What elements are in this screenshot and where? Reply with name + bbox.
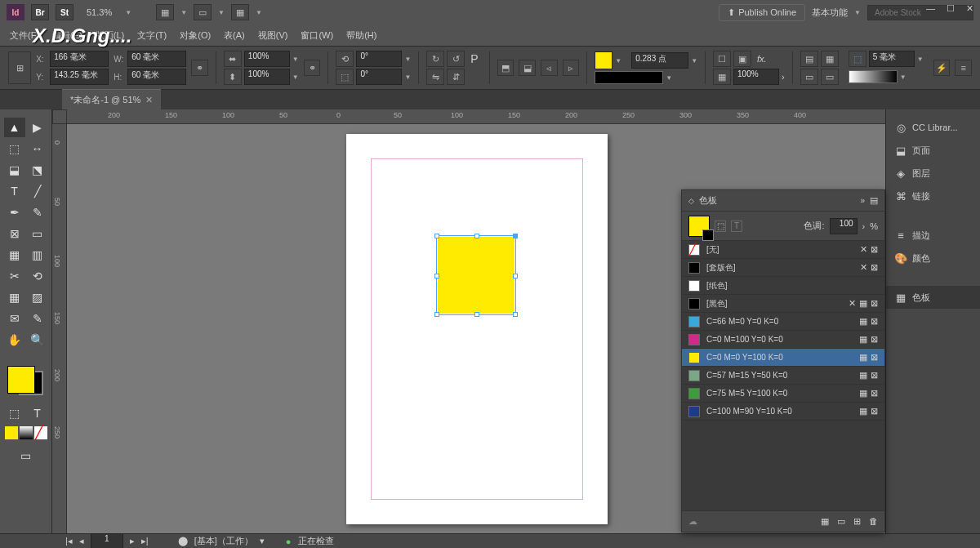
new-group-icon[interactable]: ▦ — [821, 516, 829, 527]
collapse-arrow-icon[interactable]: » — [860, 196, 865, 205]
zoom-value[interactable]: 51.3% — [80, 7, 118, 17]
handle-se[interactable] — [513, 312, 518, 317]
menu-table[interactable]: 表(A) — [219, 26, 250, 45]
scale-y-input[interactable]: 100% — [244, 69, 290, 85]
current-fill-swatch[interactable] — [688, 216, 710, 237]
align-2-icon[interactable]: ▭ — [821, 69, 839, 85]
constrain-scale-icon[interactable]: ⚭ — [304, 60, 321, 76]
h-input[interactable]: 60 毫米 — [127, 69, 186, 85]
text-wrap-none-icon[interactable]: ▤ — [800, 51, 818, 67]
x-input[interactable]: 166 毫米 — [50, 51, 109, 67]
handle-n[interactable] — [474, 234, 479, 238]
fill-swatch[interactable] — [595, 51, 612, 69]
close-icon[interactable]: ✕ — [966, 3, 973, 14]
swatch-item[interactable]: C=0 M=100 Y=0 K=0▦⊠ — [682, 331, 884, 349]
trash-icon[interactable]: 🗑 — [869, 516, 878, 527]
tint-input[interactable]: 100 — [830, 218, 858, 234]
panel-menu-icon[interactable]: ▤ — [870, 195, 878, 206]
selection-tool[interactable]: ▲ — [4, 118, 25, 137]
panel-tab-stroke[interactable]: ≡描边 — [886, 224, 980, 247]
select-content-icon[interactable]: ⬒ — [497, 60, 514, 76]
screen-mode-icon[interactable]: ▦ — [156, 4, 174, 20]
hand-tool[interactable]: ✋ — [4, 330, 25, 350]
next-page-icon[interactable]: ▸ — [130, 536, 135, 546]
content-placer-tool[interactable]: ⬔ — [27, 160, 48, 180]
select-next-icon[interactable]: ▹ — [563, 60, 580, 76]
handle-ne[interactable] — [513, 234, 518, 238]
select-container-icon[interactable]: ⬓ — [519, 60, 536, 76]
preflight-profile[interactable]: [基本]（工作） — [194, 535, 253, 547]
panel-tab-cclibraries[interactable]: ◎CC Librar... — [886, 116, 980, 139]
y-input[interactable]: 143.25 毫米 — [50, 69, 109, 85]
handle-sw[interactable] — [434, 312, 439, 317]
rectangle-tool[interactable]: ▭ — [27, 224, 48, 243]
panel-tab-links[interactable]: ⌘链接 — [886, 185, 980, 207]
first-page-icon[interactable]: |◂ — [65, 536, 73, 546]
formatting-text-icon[interactable]: T — [27, 403, 48, 423]
rotate-cw-icon[interactable]: ↻ — [426, 51, 444, 67]
type-tool[interactable]: T — [4, 181, 25, 201]
swatch-item[interactable]: [黑色]✕▦⊠ — [682, 295, 884, 313]
pencil-tool[interactable]: ✎ — [27, 203, 48, 222]
scale-x-input[interactable]: 100% — [244, 51, 290, 67]
rotate-input[interactable]: 0° — [356, 51, 402, 67]
zoom-tool[interactable]: 🔍 — [27, 330, 48, 350]
page-tool[interactable]: ⬚ — [4, 139, 25, 158]
swatch-item[interactable]: C=57 M=15 Y=50 K=0▦⊠ — [682, 367, 884, 385]
collapse-icon[interactable]: ◇ — [688, 197, 694, 205]
ruler-origin[interactable] — [52, 109, 67, 124]
handle-w[interactable] — [434, 274, 439, 278]
swatches-panel-header[interactable]: ◇ 色板 » ▤ — [682, 190, 884, 212]
new-swatch-icon[interactable]: ▭ — [837, 516, 845, 527]
w-input[interactable]: 60 毫米 — [127, 51, 186, 67]
close-icon[interactable]: ✕ — [145, 95, 153, 105]
swatch-item[interactable]: C=0 M=0 Y=100 K=0▦⊠ — [682, 349, 884, 367]
last-page-icon[interactable]: ▸| — [141, 536, 149, 546]
handle-e[interactable] — [513, 274, 518, 278]
grid-tool-1[interactable]: ▦ — [4, 245, 25, 265]
bridge-icon[interactable]: Br — [31, 4, 49, 20]
note-tool[interactable]: ✉ — [4, 309, 25, 328]
gradient-preview[interactable] — [849, 70, 898, 83]
content-collector-tool[interactable]: ⬓ — [4, 160, 25, 180]
apply-gradient-icon[interactable] — [20, 426, 33, 439]
flip-v-icon[interactable]: ⇵ — [447, 69, 465, 85]
rectangle-frame-tool[interactable]: ⊠ — [4, 224, 25, 243]
gradient-feather-tool[interactable]: ▨ — [27, 287, 48, 307]
fill-stroke-proxy[interactable] — [7, 359, 45, 397]
eyedropper-tool[interactable]: ✎ — [27, 309, 48, 328]
grid-tool-2[interactable]: ▥ — [27, 245, 48, 265]
ruler-horizontal[interactable]: 200 150 100 50 0 50 100 150 200 250 300 … — [67, 109, 885, 124]
reference-point-icon[interactable]: ⊞ — [8, 51, 31, 84]
grid-icon[interactable]: ▦ — [231, 4, 249, 20]
panel-tab-pages[interactable]: ⬓页面 — [886, 139, 980, 162]
panel-tab-layers[interactable]: ◈图层 — [886, 162, 980, 185]
menu-object[interactable]: 对象(O) — [175, 26, 216, 45]
view-mode-icon[interactable]: ▭ — [16, 446, 37, 466]
menu-type[interactable]: 文字(T) — [132, 26, 172, 45]
panel-tab-swatches[interactable]: ▦色板 — [886, 286, 980, 309]
cloud-icon[interactable]: ☁ — [688, 516, 697, 527]
arrange-icon[interactable]: ▭ — [194, 4, 212, 20]
quick-apply-icon[interactable]: ⚡ — [933, 60, 951, 76]
preflight-icon[interactable]: ⬤ — [178, 536, 188, 546]
swatch-item[interactable]: C=75 M=5 Y=100 K=0▦⊠ — [682, 385, 884, 403]
rotate-ccw-icon[interactable]: ↺ — [447, 51, 465, 67]
fx-drop-shadow-icon[interactable]: ☐ — [713, 51, 731, 67]
publish-online-button[interactable]: ⬆ Publish Online — [719, 4, 805, 21]
gradient-swatch-tool[interactable]: ▦ — [4, 287, 25, 307]
panel-tab-color[interactable]: 🎨颜色 — [886, 247, 980, 270]
apply-none-icon[interactable]: ╱ — [34, 426, 47, 439]
swatch-item[interactable]: C=100 M=90 Y=10 K=0▦⊠ — [682, 403, 884, 421]
workspace-switcher[interactable]: 基本功能 — [812, 7, 848, 19]
stroke-style[interactable] — [595, 71, 663, 84]
line-tool[interactable]: ╱ — [27, 181, 48, 201]
select-prev-icon[interactable]: ◃ — [541, 60, 558, 76]
minimize-icon[interactable]: — — [926, 3, 935, 14]
swatch-item[interactable]: [套版色]✕⊠ — [682, 259, 884, 277]
menu-view[interactable]: 视图(V) — [253, 26, 293, 45]
corner-options-icon[interactable]: ⬚ — [849, 51, 866, 67]
corner-input[interactable]: 5 毫米 — [869, 51, 915, 67]
opacity-input[interactable]: 100% — [733, 69, 779, 85]
menu-help[interactable]: 帮助(H) — [341, 26, 381, 45]
